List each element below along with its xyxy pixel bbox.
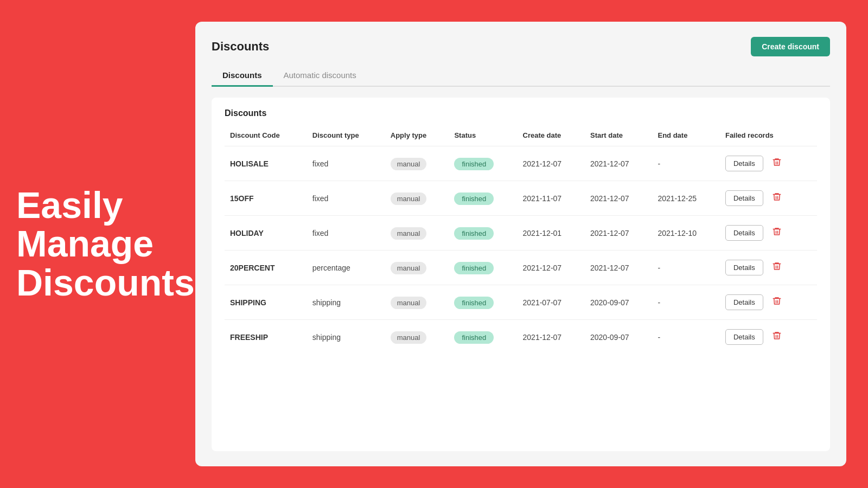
cell-start-date: 2021-12-07 [585,251,652,285]
cell-type: percentage [307,251,385,285]
cell-create-date: 2021-12-07 [518,251,585,285]
apply-badge: manual [391,262,427,274]
hero-line1: Easily [16,186,168,224]
table-row: SHIPPING shipping manual finished 2021-0… [225,285,817,320]
cell-start-date: 2020-09-07 [585,285,652,320]
cell-end-date: - [652,146,719,181]
apply-badge: manual [391,331,427,344]
details-button[interactable]: Details [725,260,763,275]
delete-button[interactable] [768,190,786,207]
trash-icon [772,227,782,236]
details-button[interactable]: Details [725,156,763,171]
cell-apply: manual [385,320,449,355]
cell-code: HOLIDAY [225,216,307,251]
col-failed-records: Failed records [720,127,817,146]
actions-group: Details [725,155,812,172]
cell-create-date: 2021-12-01 [518,216,585,251]
table-row: 15OFF fixed manual finished 2021-11-07 2… [225,181,817,216]
cell-end-date: - [652,320,719,355]
cell-create-date: 2021-07-07 [518,285,585,320]
cell-apply: manual [385,146,449,181]
cell-start-date: 2021-12-07 [585,216,652,251]
trash-icon [772,261,782,271]
details-button[interactable]: Details [725,329,763,345]
cell-type: shipping [307,285,385,320]
tab-automatic-discounts[interactable]: Automatic discounts [273,65,367,87]
details-button[interactable]: Details [725,190,763,206]
table-wrapper[interactable]: Discount Code Discount type Apply type S… [225,127,817,440]
cell-create-date: 2021-12-07 [518,320,585,355]
apply-badge: manual [391,158,427,170]
cell-actions: Details [720,181,817,216]
details-button[interactable]: Details [725,225,763,241]
col-end-date: End date [652,127,719,146]
cell-type: fixed [307,146,385,181]
apply-badge: manual [391,297,427,309]
table-row: 20PERCENT percentage manual finished 202… [225,251,817,285]
delete-button[interactable] [768,329,786,345]
delete-button[interactable] [768,294,786,311]
cell-code: 15OFF [225,181,307,216]
cell-code: 20PERCENT [225,251,307,285]
cell-start-date: 2021-12-07 [585,146,652,181]
cell-status: finished [449,320,517,355]
hero-line3: Discounts [16,264,168,302]
hero-line2: Manage [16,224,168,263]
cell-type: shipping [307,320,385,355]
cell-status: finished [449,146,517,181]
cell-actions: Details [720,251,817,285]
cell-status: finished [449,216,517,251]
col-discount-code: Discount Code [225,127,307,146]
cell-create-date: 2021-12-07 [518,146,585,181]
cell-actions: Details [720,285,817,320]
cell-type: fixed [307,216,385,251]
delete-button[interactable] [768,224,786,241]
table-header-row: Discount Code Discount type Apply type S… [225,127,817,146]
cell-apply: manual [385,285,449,320]
cell-create-date: 2021-11-07 [518,181,585,216]
actions-group: Details [725,259,812,276]
cell-apply: manual [385,216,449,251]
panel-title: Discounts [212,40,269,54]
cell-end-date: 2021-12-25 [652,181,719,216]
cell-status: finished [449,285,517,320]
table-row: HOLISALE fixed manual finished 2021-12-0… [225,146,817,181]
status-badge: finished [454,331,494,344]
apply-badge: manual [391,227,427,240]
actions-group: Details [725,190,812,207]
tab-discounts[interactable]: Discounts [212,65,273,87]
status-badge: finished [454,227,494,240]
discounts-table: Discount Code Discount type Apply type S… [225,127,817,354]
delete-button[interactable] [768,259,786,276]
trash-icon [772,192,782,202]
hero-section: Easily Manage Discounts [0,164,184,324]
table-container: Discounts Discount Code Discount type Ap… [212,98,830,451]
table-row: FREESHIP shipping manual finished 2021-1… [225,320,817,355]
trash-icon [772,331,782,341]
col-status: Status [449,127,517,146]
cell-apply: manual [385,181,449,216]
cell-end-date: - [652,285,719,320]
cell-code: HOLISALE [225,146,307,181]
status-badge: finished [454,297,494,309]
delete-button[interactable] [768,155,786,172]
cell-apply: manual [385,251,449,285]
status-badge: finished [454,158,494,170]
cell-actions: Details [720,216,817,251]
cell-end-date: - [652,251,719,285]
create-discount-button[interactable]: Create discount [751,37,830,56]
col-discount-type: Discount type [307,127,385,146]
table-section-title: Discounts [225,108,817,118]
apply-badge: manual [391,192,427,205]
cell-end-date: 2021-12-10 [652,216,719,251]
cell-status: finished [449,181,517,216]
col-apply-type: Apply type [385,127,449,146]
main-panel: Discounts Create discount Discounts Auto… [195,22,846,466]
col-start-date: Start date [585,127,652,146]
cell-actions: Details [720,146,817,181]
col-create-date: Create date [518,127,585,146]
cell-code: FREESHIP [225,320,307,355]
trash-icon [772,157,782,167]
details-button[interactable]: Details [725,294,763,310]
status-badge: finished [454,262,494,274]
